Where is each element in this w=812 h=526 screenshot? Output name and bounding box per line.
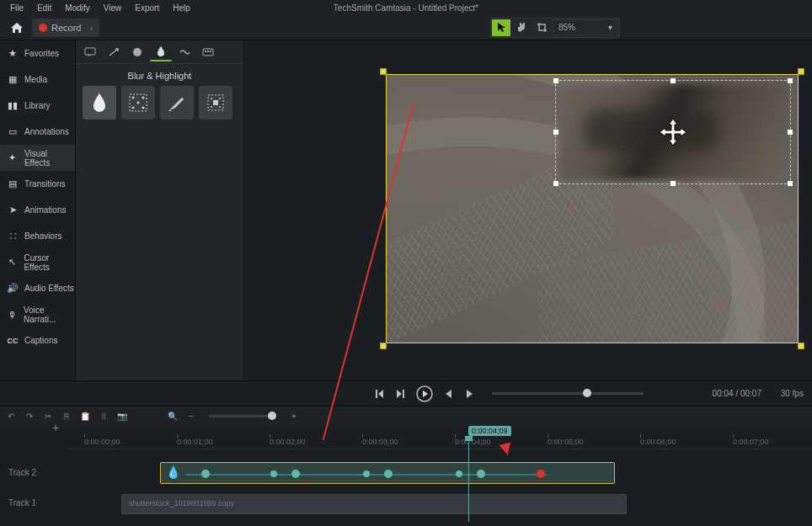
top-toolbar: Record › 85% ▾ bbox=[0, 15, 812, 40]
time-display: 00:04 / 00:07 bbox=[713, 389, 761, 398]
handle-icon[interactable] bbox=[553, 181, 558, 186]
tab-arrow[interactable] bbox=[103, 43, 125, 61]
sidebar-item-cursor-effects[interactable]: ↖Cursor Effects bbox=[0, 249, 75, 275]
sidebar-item-animations[interactable]: ➤Animations bbox=[0, 197, 75, 223]
keyframe[interactable] bbox=[477, 470, 485, 478]
track-1-label[interactable]: Track 1 bbox=[0, 498, 67, 507]
spotlight-tool[interactable] bbox=[199, 86, 232, 120]
keyframe[interactable] bbox=[384, 470, 393, 478]
handle-icon[interactable] bbox=[798, 68, 804, 75]
svg-point-14 bbox=[219, 98, 221, 99]
sidebar-item-library[interactable]: ▮▮Library bbox=[0, 93, 75, 119]
undo-button[interactable]: ↶ bbox=[5, 411, 17, 422]
svg-point-1 bbox=[133, 48, 142, 56]
tab-motion[interactable] bbox=[174, 43, 195, 61]
keyframe[interactable] bbox=[270, 470, 277, 477]
blur-effect-clip[interactable]: 💧 bbox=[160, 462, 615, 484]
blur-tool[interactable] bbox=[83, 86, 116, 120]
timeline: + 0:00:00;00 0:00:01;00 0:00:02;00 0:00:… bbox=[0, 426, 812, 526]
mic-icon: 🎙 bbox=[7, 309, 18, 321]
sidebar-item-voice[interactable]: 🎙Voice Narrati... bbox=[0, 301, 75, 327]
sidebar-label: Voice Narrati... bbox=[24, 306, 75, 324]
handle-icon[interactable] bbox=[670, 181, 676, 186]
paste-button[interactable]: 📋 bbox=[79, 411, 91, 422]
track-2-content[interactable]: 💧 bbox=[67, 460, 812, 486]
tab-shape[interactable] bbox=[126, 43, 148, 61]
cursor-icon: ↖ bbox=[7, 257, 18, 268]
timeline-ruler[interactable]: 0:00:00;00 0:00:01;00 0:00:02;00 0:00:03… bbox=[67, 426, 812, 449]
pixelate-tool[interactable] bbox=[121, 86, 155, 120]
keyframe[interactable] bbox=[201, 470, 210, 478]
blur-region[interactable] bbox=[555, 80, 791, 184]
split-button[interactable]: ⧛ bbox=[98, 411, 110, 422]
handle-icon[interactable] bbox=[670, 78, 676, 83]
handle-icon[interactable] bbox=[798, 343, 804, 349]
keyframe[interactable] bbox=[291, 470, 300, 478]
canvas-preview[interactable] bbox=[386, 74, 799, 343]
timeline-zoom-slider[interactable] bbox=[209, 415, 276, 417]
crop-tool-button[interactable] bbox=[532, 19, 551, 36]
sidebar-item-visual-effects[interactable]: ✦Visual Effects bbox=[0, 145, 75, 171]
step-forward-button[interactable] bbox=[462, 385, 478, 402]
prev-frame-button[interactable] bbox=[371, 385, 387, 402]
library-icon: ▮▮ bbox=[7, 100, 19, 112]
handle-icon[interactable] bbox=[788, 78, 793, 83]
home-button[interactable] bbox=[5, 18, 29, 38]
sidebar-item-annotations[interactable]: ▭Annotations bbox=[0, 119, 75, 145]
track-1-content[interactable]: shutterstock_1018001089 copy bbox=[67, 491, 812, 516]
transitions-icon: ▤ bbox=[7, 178, 19, 190]
zoom-thumb-icon[interactable] bbox=[268, 412, 276, 420]
pan-tool-button[interactable] bbox=[512, 19, 531, 36]
svg-point-16 bbox=[219, 106, 221, 108]
track-2-label[interactable]: Track 2 bbox=[0, 468, 67, 477]
seek-thumb-icon[interactable] bbox=[583, 389, 591, 397]
zoom-fit-button[interactable]: 🔍 bbox=[167, 411, 179, 422]
sidebar-item-transitions[interactable]: ▤Transitions bbox=[0, 171, 75, 197]
zoom-select[interactable]: 85% ▾ bbox=[553, 19, 618, 36]
tab-keystroke[interactable] bbox=[197, 43, 219, 61]
add-track-button[interactable]: + bbox=[52, 421, 59, 434]
sidebar-item-favorites[interactable]: ★Favorites bbox=[0, 40, 75, 66]
highlight-tool[interactable] bbox=[160, 86, 194, 120]
copy-button[interactable]: ⎘ bbox=[61, 411, 72, 422]
menu-file[interactable]: File bbox=[3, 2, 30, 14]
canvas-area[interactable] bbox=[244, 40, 812, 380]
snapshot-button[interactable]: 📷 bbox=[116, 411, 128, 422]
svg-point-15 bbox=[211, 106, 212, 108]
move-cursor-icon bbox=[656, 115, 690, 149]
menu-help[interactable]: Help bbox=[166, 2, 197, 14]
handle-icon[interactable] bbox=[553, 78, 558, 83]
redo-button[interactable]: ↷ bbox=[24, 411, 35, 422]
handle-icon[interactable] bbox=[788, 181, 793, 186]
sidebar-item-media[interactable]: ▦Media bbox=[0, 66, 75, 93]
tab-callout[interactable] bbox=[79, 43, 101, 61]
step-back-button[interactable] bbox=[440, 385, 457, 402]
record-chevron-icon[interactable]: › bbox=[89, 23, 93, 33]
next-frame-button[interactable] bbox=[393, 385, 409, 402]
sidebar-label: Visual Effects bbox=[24, 149, 75, 167]
keyframe[interactable] bbox=[363, 470, 370, 477]
seek-slider[interactable] bbox=[492, 392, 644, 395]
menu-modify[interactable]: Modify bbox=[58, 2, 96, 14]
play-button[interactable] bbox=[414, 384, 435, 404]
zoom-in-button[interactable]: + bbox=[288, 411, 300, 422]
sidebar-item-behaviors[interactable]: ⸬Behaviors bbox=[0, 223, 75, 249]
menu-view[interactable]: View bbox=[97, 2, 129, 14]
menu-edit[interactable]: Edit bbox=[30, 2, 58, 14]
sidebar-item-audio-effects[interactable]: 🔊Audio Effects bbox=[0, 275, 75, 301]
sidebar-item-captions[interactable]: CCCaptions bbox=[0, 327, 75, 353]
playhead-time: 0:00:04;09 bbox=[468, 426, 511, 436]
record-button[interactable]: Record › bbox=[32, 19, 99, 37]
menu-export[interactable]: Export bbox=[128, 2, 166, 14]
keyframe[interactable] bbox=[456, 470, 462, 477]
keyframe-end[interactable] bbox=[537, 470, 545, 478]
handle-icon[interactable] bbox=[380, 68, 387, 75]
select-tool-button[interactable] bbox=[492, 19, 510, 36]
handle-icon[interactable] bbox=[553, 130, 558, 135]
tab-blur[interactable] bbox=[150, 43, 172, 61]
handle-icon[interactable] bbox=[788, 130, 793, 135]
handle-icon[interactable] bbox=[380, 343, 387, 349]
media-clip[interactable]: shutterstock_1018001089 copy bbox=[121, 494, 627, 514]
zoom-out-button[interactable]: − bbox=[185, 411, 197, 422]
playhead[interactable]: 0:00:04;09 bbox=[468, 426, 511, 436]
